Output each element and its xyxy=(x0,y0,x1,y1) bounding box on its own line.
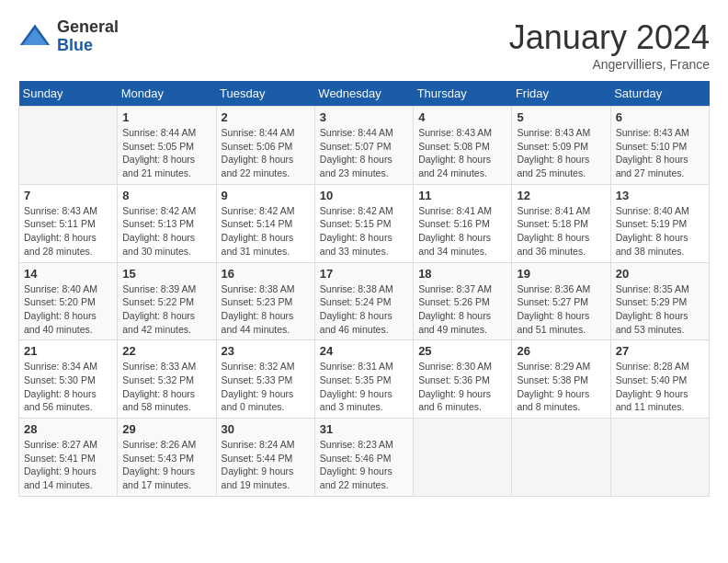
day-header-friday: Friday xyxy=(512,81,610,107)
calendar-week-row: 7Sunrise: 8:43 AM Sunset: 5:11 PM Daylig… xyxy=(19,184,710,262)
day-number: 30 xyxy=(222,422,310,436)
day-number: 20 xyxy=(616,267,704,281)
calendar-table: SundayMondayTuesdayWednesdayThursdayFrid… xyxy=(18,81,710,497)
day-info: Sunrise: 8:42 AM Sunset: 5:14 PM Dayligh… xyxy=(222,204,310,259)
day-number: 12 xyxy=(517,189,605,202)
day-info: Sunrise: 8:23 AM Sunset: 5:46 PM Dayligh… xyxy=(320,438,408,492)
day-info: Sunrise: 8:28 AM Sunset: 5:40 PM Dayligh… xyxy=(616,360,704,414)
day-number: 29 xyxy=(122,422,210,436)
calendar-cell: 17Sunrise: 8:38 AM Sunset: 5:24 PM Dayli… xyxy=(314,262,413,340)
day-header-monday: Monday xyxy=(118,81,216,107)
day-number: 27 xyxy=(616,344,704,358)
day-number: 16 xyxy=(222,267,310,281)
day-number: 22 xyxy=(122,344,210,358)
calendar-cell: 31Sunrise: 8:23 AM Sunset: 5:46 PM Dayli… xyxy=(314,419,413,497)
day-header-sunday: Sunday xyxy=(19,81,118,107)
day-number: 6 xyxy=(616,110,704,124)
calendar-cell: 14Sunrise: 8:40 AM Sunset: 5:20 PM Dayli… xyxy=(19,262,118,340)
calendar-cell xyxy=(610,419,709,497)
day-number: 2 xyxy=(222,110,310,124)
calendar-cell: 23Sunrise: 8:32 AM Sunset: 5:33 PM Dayli… xyxy=(216,340,314,419)
day-info: Sunrise: 8:37 AM Sunset: 5:26 PM Dayligh… xyxy=(418,282,506,337)
day-number: 28 xyxy=(24,422,112,436)
page-header: General Blue January 2024 Angervilliers,… xyxy=(18,18,710,72)
calendar-cell: 21Sunrise: 8:34 AM Sunset: 5:30 PM Dayli… xyxy=(19,340,118,419)
day-info: Sunrise: 8:41 AM Sunset: 5:16 PM Dayligh… xyxy=(418,204,506,259)
calendar-cell: 5Sunrise: 8:43 AM Sunset: 5:09 PM Daylig… xyxy=(512,107,610,185)
calendar-header-row: SundayMondayTuesdayWednesdayThursdayFrid… xyxy=(19,81,710,107)
calendar-cell: 8Sunrise: 8:42 AM Sunset: 5:13 PM Daylig… xyxy=(118,184,216,262)
logo-text: General Blue xyxy=(57,18,119,55)
day-number: 14 xyxy=(24,267,112,281)
day-number: 19 xyxy=(517,267,605,281)
day-number: 8 xyxy=(122,189,210,202)
day-header-wednesday: Wednesday xyxy=(314,81,413,107)
day-info: Sunrise: 8:30 AM Sunset: 5:36 PM Dayligh… xyxy=(418,360,506,414)
day-info: Sunrise: 8:29 AM Sunset: 5:38 PM Dayligh… xyxy=(517,360,605,414)
day-header-saturday: Saturday xyxy=(610,81,709,107)
day-number: 1 xyxy=(122,110,210,124)
calendar-cell: 29Sunrise: 8:26 AM Sunset: 5:43 PM Dayli… xyxy=(118,419,216,497)
calendar-cell: 13Sunrise: 8:40 AM Sunset: 5:19 PM Dayli… xyxy=(610,184,709,262)
day-info: Sunrise: 8:43 AM Sunset: 5:08 PM Dayligh… xyxy=(418,126,506,180)
day-info: Sunrise: 8:42 AM Sunset: 5:13 PM Dayligh… xyxy=(122,204,210,259)
day-info: Sunrise: 8:40 AM Sunset: 5:19 PM Dayligh… xyxy=(616,204,704,259)
day-info: Sunrise: 8:32 AM Sunset: 5:33 PM Dayligh… xyxy=(222,360,310,414)
day-info: Sunrise: 8:43 AM Sunset: 5:09 PM Dayligh… xyxy=(517,126,605,180)
calendar-cell: 18Sunrise: 8:37 AM Sunset: 5:26 PM Dayli… xyxy=(414,262,512,340)
day-number: 17 xyxy=(320,267,408,281)
day-info: Sunrise: 8:35 AM Sunset: 5:29 PM Dayligh… xyxy=(616,282,704,337)
day-number: 31 xyxy=(320,422,408,436)
day-number: 5 xyxy=(517,110,605,124)
calendar-cell: 4Sunrise: 8:43 AM Sunset: 5:08 PM Daylig… xyxy=(414,107,512,185)
calendar-cell: 16Sunrise: 8:38 AM Sunset: 5:23 PM Dayli… xyxy=(216,262,314,340)
calendar-cell: 22Sunrise: 8:33 AM Sunset: 5:32 PM Dayli… xyxy=(118,340,216,419)
day-number: 23 xyxy=(222,344,310,358)
logo-blue-text: Blue xyxy=(57,37,119,55)
calendar-cell: 25Sunrise: 8:30 AM Sunset: 5:36 PM Dayli… xyxy=(414,340,512,419)
day-number: 10 xyxy=(320,189,408,202)
day-info: Sunrise: 8:34 AM Sunset: 5:30 PM Dayligh… xyxy=(24,360,112,414)
day-info: Sunrise: 8:44 AM Sunset: 5:05 PM Dayligh… xyxy=(122,126,210,180)
calendar-cell: 7Sunrise: 8:43 AM Sunset: 5:11 PM Daylig… xyxy=(19,184,118,262)
day-number: 24 xyxy=(320,344,408,358)
day-info: Sunrise: 8:40 AM Sunset: 5:20 PM Dayligh… xyxy=(24,282,112,337)
calendar-cell: 24Sunrise: 8:31 AM Sunset: 5:35 PM Dayli… xyxy=(314,340,413,419)
logo-general-text: General xyxy=(57,18,119,37)
day-info: Sunrise: 8:39 AM Sunset: 5:22 PM Dayligh… xyxy=(122,282,210,337)
day-info: Sunrise: 8:38 AM Sunset: 5:24 PM Dayligh… xyxy=(320,282,408,337)
location-text: Angervilliers, France xyxy=(509,57,710,72)
day-header-thursday: Thursday xyxy=(414,81,512,107)
title-area: January 2024 Angervilliers, France xyxy=(509,18,710,72)
day-info: Sunrise: 8:42 AM Sunset: 5:15 PM Dayligh… xyxy=(320,204,408,259)
calendar-cell: 30Sunrise: 8:24 AM Sunset: 5:44 PM Dayli… xyxy=(216,419,314,497)
calendar-cell: 15Sunrise: 8:39 AM Sunset: 5:22 PM Dayli… xyxy=(118,262,216,340)
day-number: 11 xyxy=(418,189,506,202)
day-info: Sunrise: 8:38 AM Sunset: 5:23 PM Dayligh… xyxy=(222,282,310,337)
day-number: 4 xyxy=(418,110,506,124)
day-number: 26 xyxy=(517,344,605,358)
day-info: Sunrise: 8:24 AM Sunset: 5:44 PM Dayligh… xyxy=(222,438,310,492)
day-info: Sunrise: 8:41 AM Sunset: 5:18 PM Dayligh… xyxy=(517,204,605,259)
calendar-cell: 10Sunrise: 8:42 AM Sunset: 5:15 PM Dayli… xyxy=(314,184,413,262)
calendar-week-row: 21Sunrise: 8:34 AM Sunset: 5:30 PM Dayli… xyxy=(19,340,710,419)
day-info: Sunrise: 8:43 AM Sunset: 5:11 PM Dayligh… xyxy=(24,204,112,259)
calendar-cell: 9Sunrise: 8:42 AM Sunset: 5:14 PM Daylig… xyxy=(216,184,314,262)
day-number: 13 xyxy=(616,189,704,202)
calendar-cell: 2Sunrise: 8:44 AM Sunset: 5:06 PM Daylig… xyxy=(216,107,314,185)
calendar-cell: 28Sunrise: 8:27 AM Sunset: 5:41 PM Dayli… xyxy=(19,419,118,497)
month-title: January 2024 xyxy=(509,18,710,57)
calendar-cell xyxy=(512,419,610,497)
day-info: Sunrise: 8:33 AM Sunset: 5:32 PM Dayligh… xyxy=(122,360,210,414)
calendar-cell xyxy=(414,419,512,497)
calendar-cell: 3Sunrise: 8:44 AM Sunset: 5:07 PM Daylig… xyxy=(314,107,413,185)
logo-icon xyxy=(18,20,51,53)
calendar-cell: 6Sunrise: 8:43 AM Sunset: 5:10 PM Daylig… xyxy=(610,107,709,185)
day-number: 18 xyxy=(418,267,506,281)
day-info: Sunrise: 8:27 AM Sunset: 5:41 PM Dayligh… xyxy=(24,438,112,492)
calendar-cell: 11Sunrise: 8:41 AM Sunset: 5:16 PM Dayli… xyxy=(414,184,512,262)
logo: General Blue xyxy=(18,18,119,55)
day-number: 3 xyxy=(320,110,408,124)
calendar-cell: 12Sunrise: 8:41 AM Sunset: 5:18 PM Dayli… xyxy=(512,184,610,262)
day-number: 25 xyxy=(418,344,506,358)
